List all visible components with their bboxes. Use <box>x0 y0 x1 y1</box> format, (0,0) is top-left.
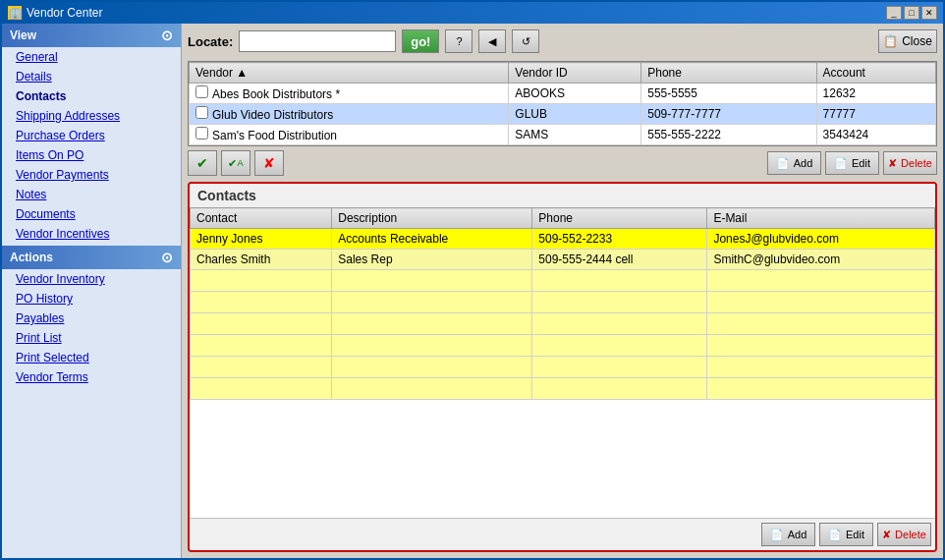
vendor-name: Glub Video Distributors <box>212 108 333 122</box>
sidebar-action-item-print-selected[interactable]: Print Selected <box>2 348 181 367</box>
vendor-account: 3543424 <box>816 125 935 145</box>
contact-table-row[interactable]: Charles SmithSales Rep509-555-2444 cellS… <box>191 250 935 270</box>
vendor-row-checkbox-0[interactable] <box>195 85 208 98</box>
sidebar-action-item-payables[interactable]: Payables <box>2 308 181 328</box>
vendor-id: SAMS <box>509 125 641 145</box>
contact-description: Accounts Receivable <box>332 229 532 250</box>
uncheck-button[interactable]: ✘ <box>254 150 284 176</box>
title-bar-left: 🏢 Vendor Center <box>8 6 102 20</box>
sidebar-action-item-print-list[interactable]: Print List <box>2 328 181 348</box>
close-icon: 📋 <box>883 34 898 48</box>
contact-edit-icon: 📄 <box>828 529 842 541</box>
refresh-button[interactable]: ↺ <box>512 29 539 53</box>
sidebar-view-item-items-on-po[interactable]: Items On PO <box>2 145 181 165</box>
title-bar-controls: _ □ ✕ <box>886 6 937 20</box>
actions-section-header[interactable]: Actions ⊙ <box>2 246 181 269</box>
vendor-id: GLUB <box>509 104 641 125</box>
sidebar: View ⊙ GeneralDetailsContactsShipping Ad… <box>2 24 182 558</box>
sidebar-view-item-purchase-orders[interactable]: Purchase Orders <box>2 126 181 145</box>
contact-empty-cell <box>707 357 935 378</box>
contact-phone: 509-555-2444 cell <box>532 250 707 270</box>
contact-empty-cell <box>332 335 532 357</box>
contact-empty-cell <box>707 378 935 400</box>
contact-empty-cell <box>532 335 707 357</box>
contact-empty-cell <box>332 313 532 335</box>
contacts-table-container: Contact Description Phone E-Mail <box>190 207 935 518</box>
contact-empty-cell <box>707 270 935 292</box>
contact-empty-row <box>191 292 935 313</box>
sidebar-action-item-vendor-inventory[interactable]: Vendor Inventory <box>2 269 181 289</box>
vendor-row-checkbox-1[interactable] <box>195 106 208 119</box>
locate-label: Locate: <box>188 34 233 49</box>
vendor-add-label: Add <box>794 157 813 169</box>
contact-empty-row <box>191 378 935 400</box>
minimize-button[interactable]: _ <box>886 6 902 20</box>
contact-empty-cell <box>191 292 332 313</box>
description-col-label: Description <box>338 211 397 225</box>
contact-contact: Charles Smith <box>191 250 332 270</box>
contact-delete-button[interactable]: ✘ Delete <box>877 523 931 546</box>
sidebar-view-item-general[interactable]: General <box>2 47 181 67</box>
vendor-row-checkbox-2[interactable] <box>195 127 208 140</box>
vendor-account: 12632 <box>816 84 935 104</box>
view-section-header[interactable]: View ⊙ <box>2 24 181 47</box>
vendor-phone: 555-5555 <box>641 84 816 104</box>
close-window-button[interactable]: ✕ <box>921 6 937 20</box>
account-col-header[interactable]: Account <box>816 63 935 84</box>
description-col-header[interactable]: Description <box>332 208 532 229</box>
contact-table-row[interactable]: Jenny JonesAccounts Receivable509-552-22… <box>191 229 935 250</box>
contact-add-icon: 📄 <box>770 529 784 541</box>
contact-empty-cell <box>191 357 332 378</box>
vendor-phone: 555-555-2222 <box>641 125 816 145</box>
contact-contact: Jenny Jones <box>191 229 332 250</box>
vendor-phone: 509-777-7777 <box>641 104 816 125</box>
locate-input[interactable] <box>239 30 396 52</box>
vendor-table-container: Vendor ▲ Vendor ID Phone Account <box>188 61 937 146</box>
toolbar: Locate: go! ? ◀ ↺ 📋 Close <box>188 29 937 53</box>
vendor-table: Vendor ▲ Vendor ID Phone Account <box>189 62 936 145</box>
title-bar: 🏢 Vendor Center _ □ ✕ <box>2 2 943 24</box>
contact-empty-row <box>191 313 935 335</box>
check-button[interactable]: ✔ <box>188 150 217 176</box>
back-button[interactable]: ◀ <box>478 29 506 53</box>
sidebar-view-item-vendor-incentives[interactable]: Vendor Incentives <box>2 224 181 244</box>
sidebar-view-item-contacts[interactable]: Contacts <box>2 86 181 106</box>
vendor-id-col-header[interactable]: Vendor ID <box>509 63 641 84</box>
sidebar-view-item-documents[interactable]: Documents <box>2 204 181 224</box>
vendor-add-button[interactable]: 📄 Add <box>767 151 821 175</box>
go-button[interactable]: go! <box>402 29 439 53</box>
sidebar-action-item-vendor-terms[interactable]: Vendor Terms <box>2 367 181 387</box>
close-button[interactable]: 📋 Close <box>878 29 937 53</box>
vendor-table-row[interactable]: Glub Video DistributorsGLUB509-777-77777… <box>190 104 936 125</box>
contact-edit-label: Edit <box>846 529 864 540</box>
help-button[interactable]: ? <box>445 29 472 53</box>
sidebar-view-item-shipping-addresses[interactable]: Shipping Addresses <box>2 106 181 126</box>
sidebar-view-item-notes[interactable]: Notes <box>2 185 181 204</box>
sidebar-view-item-details[interactable]: Details <box>2 67 181 86</box>
contact-edit-button[interactable]: 📄 Edit <box>819 523 873 546</box>
vendor-col-header[interactable]: Vendor ▲ <box>190 63 509 84</box>
vendor-table-row[interactable]: Sam's Food DistributionSAMS555-555-22223… <box>190 125 936 145</box>
email-col-header[interactable]: E-Mail <box>707 208 935 229</box>
contact-phone-col-header[interactable]: Phone <box>532 208 707 229</box>
contacts-table: Contact Description Phone E-Mail <box>190 207 935 400</box>
sidebar-view-item-vendor-payments[interactable]: Vendor Payments <box>2 165 181 185</box>
vendor-account: 77777 <box>816 104 935 125</box>
maximize-button[interactable]: □ <box>904 6 919 20</box>
contact-phone: 509-552-2233 <box>532 229 707 250</box>
vendor-edit-label: Edit <box>852 157 870 169</box>
vendor-edit-button[interactable]: 📄 Edit <box>825 151 879 175</box>
contact-add-button[interactable]: 📄 Add <box>761 523 815 546</box>
check-all-button[interactable]: ✔A <box>221 150 250 176</box>
contact-empty-cell <box>532 313 707 335</box>
vendor-table-row[interactable]: Abes Book Distributors *ABOOKS555-555512… <box>190 84 936 104</box>
close-label: Close <box>902 34 932 48</box>
view-collapse-icon: ⊙ <box>161 28 173 43</box>
vendor-delete-button[interactable]: ✘ Delete <box>883 151 937 175</box>
action-bar: ✔ ✔A ✘ 📄 Add 📄 Edit ✘ Delete <box>188 150 937 176</box>
view-section-label: View <box>10 28 36 42</box>
phone-col-header[interactable]: Phone <box>641 63 816 84</box>
contact-col-header[interactable]: Contact <box>191 208 332 229</box>
window-icon: 🏢 <box>8 6 22 20</box>
sidebar-action-item-po-history[interactable]: PO History <box>2 289 181 308</box>
